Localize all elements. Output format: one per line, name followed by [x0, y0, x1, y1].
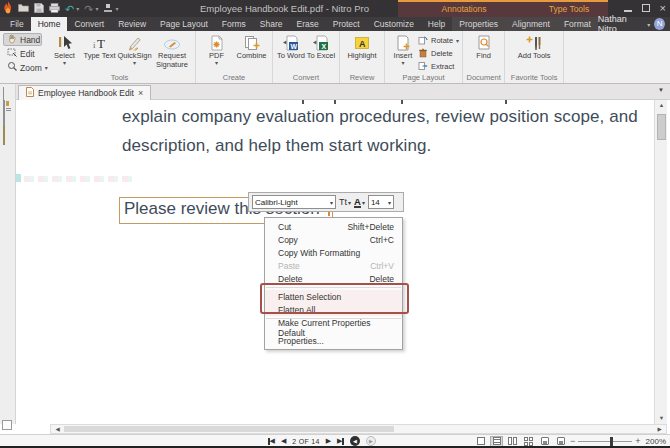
tab-close-icon[interactable]: ×: [138, 88, 143, 98]
pdf-button[interactable]: PDF ▾: [199, 32, 234, 66]
view-multiple-pages-icon[interactable]: [522, 436, 535, 447]
zoom-level[interactable]: 200%: [646, 437, 666, 446]
zoom-in-button[interactable]: +: [635, 436, 640, 446]
quicksign-button[interactable]: QuickSign ▾: [117, 32, 152, 66]
to-word-button[interactable]: W To Word: [276, 32, 306, 61]
type-text-button[interactable]: iT Type Text: [82, 32, 117, 61]
request-signature-button[interactable]: Request Signature: [152, 32, 192, 69]
menu-item-flatten-all[interactable]: Flatten All: [265, 303, 402, 316]
minimize-button[interactable]: [624, 10, 632, 12]
font-family-select[interactable]: Calibri-Light ▾: [252, 195, 336, 209]
zoom-out-button[interactable]: −: [570, 436, 575, 446]
scroll-right-arrow-icon[interactable]: ▶: [654, 425, 665, 433]
comments-panel-icon[interactable]: [3, 114, 13, 124]
open-file-icon[interactable]: [18, 3, 29, 14]
menu-item-make-current-properties-default[interactable]: Make Current Properties Default: [265, 321, 402, 334]
redo-icon[interactable]: ↷: [84, 4, 93, 14]
tab-page-layout[interactable]: Page Layout: [153, 17, 215, 31]
pdf-dropdown-caret: ▾: [215, 61, 218, 66]
rotate-button[interactable]: Rotate ▾: [418, 35, 459, 46]
hand-tool-button[interactable]: Hand: [3, 33, 42, 46]
scroll-down-arrow-icon[interactable]: ▼: [656, 413, 667, 424]
tab-alignment[interactable]: Alignment: [505, 17, 557, 31]
document-page[interactable]: explain company evaluation procedures, r…: [16, 100, 654, 424]
view-fit-page-icon[interactable]: [554, 436, 567, 447]
save-icon[interactable]: [34, 3, 44, 15]
paragraph-line-1: explain company evaluation procedures, r…: [122, 102, 654, 131]
bookmarks-panel-icon[interactable]: [3, 101, 13, 111]
delete-button[interactable]: Delete: [418, 48, 459, 59]
ribbon: Hand Edit Zoom ▾ Select ▾ iT: [0, 31, 670, 84]
tab-convert[interactable]: Convert: [67, 17, 111, 31]
view-facing-pages-icon[interactable]: [506, 436, 519, 447]
tab-erase[interactable]: Erase: [290, 17, 326, 31]
zoom-tool-button[interactable]: Zoom ▾: [3, 61, 42, 74]
tab-file[interactable]: File: [0, 17, 31, 31]
tab-home[interactable]: Home: [31, 17, 68, 31]
tab-review[interactable]: Review: [111, 17, 153, 31]
tab-forms[interactable]: Forms: [215, 17, 253, 31]
tab-format[interactable]: Format: [557, 17, 598, 31]
edit-label: Edit: [20, 49, 35, 59]
menu-item-flatten-selection[interactable]: Flatten Selection: [265, 290, 402, 303]
user-account[interactable]: Nathan Nitro ▾ N: [598, 17, 670, 31]
last-page-button[interactable]: ▶: [337, 437, 344, 445]
select-button[interactable]: Select ▾: [47, 32, 82, 66]
text-case-button[interactable]: Tt ▾: [339, 197, 351, 207]
undo-dropdown-caret[interactable]: ▾: [76, 5, 79, 12]
font-color-button[interactable]: A ▾: [354, 197, 365, 208]
scroll-left-arrow-icon[interactable]: ◀: [52, 425, 63, 433]
combine-button[interactable]: Combine: [234, 32, 269, 61]
to-excel-button[interactable]: X To Excel: [306, 32, 336, 61]
add-tools-button[interactable]: Add Tools: [517, 32, 552, 61]
insert-button[interactable]: Insert ▾: [388, 32, 418, 66]
tab-help[interactable]: Help: [421, 17, 452, 31]
undo-icon[interactable]: ↶: [65, 4, 74, 14]
font-size-select[interactable]: 14 ▾: [368, 195, 394, 209]
redo-dropdown-caret[interactable]: ▾: [95, 5, 98, 12]
annotation-mark: [16, 174, 21, 182]
page-indicator[interactable]: 2 OF 14: [292, 438, 319, 445]
next-view-button: ▶: [366, 436, 376, 446]
edit-tool-button[interactable]: Edit: [3, 47, 42, 60]
print-icon[interactable]: [49, 3, 60, 15]
tab-properties[interactable]: Properties: [452, 17, 505, 31]
page-corner-icon[interactable]: [2, 420, 12, 430]
menu-item-copy[interactable]: Copy Ctrl+C: [265, 233, 402, 246]
tab-customize[interactable]: Customize: [367, 17, 421, 31]
extract-button[interactable]: Extract: [418, 61, 459, 72]
document-tab[interactable]: Employee Handbook Edit ×: [18, 85, 151, 100]
view-single-page-icon[interactable]: [474, 436, 487, 447]
vertical-scroll-thumb[interactable]: [657, 114, 666, 140]
menu-item-delete[interactable]: Delete Delete: [265, 272, 402, 285]
vertical-scrollbar[interactable]: ▲ ▼: [654, 100, 667, 424]
view-fit-width-icon[interactable]: [538, 436, 551, 447]
menu-item-copy-with-formatting[interactable]: Copy With Formatting: [265, 246, 402, 259]
zoom-slider-thumb[interactable]: [610, 437, 613, 446]
window-controls: ×: [624, 2, 666, 14]
close-button[interactable]: ×: [660, 3, 666, 13]
stamp-dropdown-caret[interactable]: ▾: [115, 5, 118, 12]
scroll-up-arrow-icon[interactable]: ▲: [656, 100, 667, 111]
scroll-up-caret-icon[interactable]: ▼: [658, 87, 664, 93]
first-page-button[interactable]: ◀: [268, 437, 275, 445]
tab-share[interactable]: Share: [253, 17, 290, 31]
find-button[interactable]: Find: [466, 32, 501, 61]
zoom-slider[interactable]: [578, 441, 632, 442]
menu-item-cut[interactable]: Cut Shift+Delete: [265, 220, 402, 233]
request-signature-icon: [163, 34, 181, 52]
tab-protect[interactable]: Protect: [326, 17, 367, 31]
horizontal-scroll-thumb[interactable]: [64, 426, 394, 432]
previous-page-button[interactable]: ◀: [281, 437, 286, 445]
view-continuous-icon[interactable]: [490, 436, 503, 447]
maximize-button[interactable]: [642, 4, 650, 12]
previous-view-button[interactable]: ◀: [350, 436, 360, 446]
signatures-panel-icon[interactable]: [3, 127, 13, 137]
highlight-button[interactable]: A Highlight: [343, 32, 381, 61]
pages-panel-icon[interactable]: [3, 88, 13, 98]
horizontal-scrollbar[interactable]: ◀ ▶: [50, 424, 667, 434]
stamp-tool-icon[interactable]: [103, 3, 113, 15]
rotate-icon: [418, 35, 428, 47]
avatar[interactable]: N: [654, 18, 665, 30]
next-page-button[interactable]: ▶: [326, 437, 331, 445]
